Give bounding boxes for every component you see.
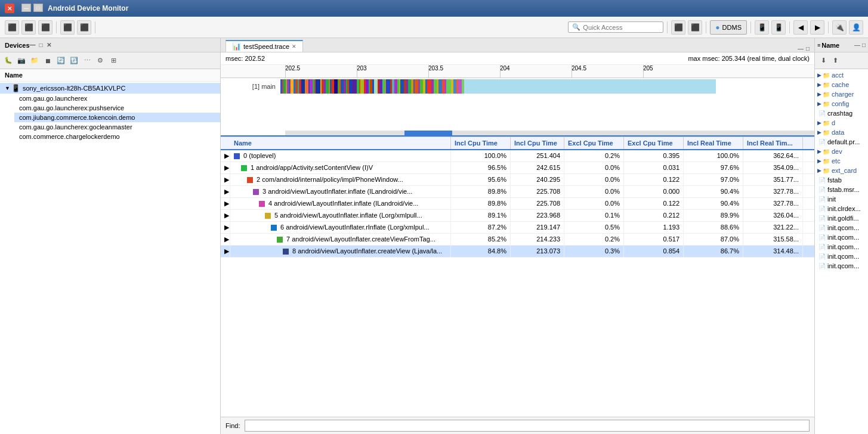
window-controls[interactable]: ✕ — □: [5, 4, 43, 13]
file-item-fstab-msr[interactable]: 📄 fstab.msr...: [815, 185, 868, 194]
table-row[interactable]: ▶ 5 android/view/LayoutInflater.inflate …: [221, 210, 814, 222]
toolbar-btn-9[interactable]: 📱: [771, 20, 786, 35]
td-expand-1[interactable]: ▶: [221, 162, 230, 173]
table-row[interactable]: ▶ 4 android/view/LayoutInflater.inflate …: [221, 198, 814, 210]
file-item-init-qcom-4[interactable]: 📄 init.qcom...: [815, 252, 868, 261]
th-incl-cpu-2[interactable]: Incl Cpu Time: [511, 137, 564, 149]
file-item-crashtag[interactable]: 📄 crashtag: [815, 108, 868, 118]
file-item-etc[interactable]: ▶ 📁 etc: [815, 156, 868, 166]
file-item-init-goldfi[interactable]: 📄 init.goldfi...: [815, 213, 868, 223]
table-row[interactable]: ▶ 0 (toplevel) 100.0% 251.404 0.2% 0.395…: [221, 150, 814, 162]
screenshot-button[interactable]: 📷: [16, 55, 27, 67]
device-item[interactable]: ▼ 📱 sony_ericsson-lt28h-CB5A1KVLPC: [0, 83, 220, 94]
devices-panel-title: Devices: [5, 42, 30, 49]
devices-panel-close[interactable]: ✕: [47, 42, 51, 48]
process-item-1[interactable]: com.gau.go.launcherex: [14, 94, 220, 103]
toolbar-btn-1[interactable]: ⬛: [5, 20, 19, 35]
devices-panel-minimize[interactable]: —: [30, 42, 36, 48]
td-expand-7[interactable]: ▶: [221, 234, 230, 245]
file-item-charger[interactable]: ▶ 📁 charger: [815, 89, 868, 99]
devices-panel-controls[interactable]: — □ ✕: [30, 42, 51, 48]
more-button[interactable]: ⋯: [81, 55, 93, 67]
process-item-3[interactable]: com.jiubang.commerce.tokencoin.demo: [14, 113, 220, 122]
file-item-config[interactable]: ▶ 📁 config: [815, 99, 868, 108]
track-bars[interactable]: [280, 79, 814, 94]
expand-button[interactable]: ⊞: [107, 55, 119, 67]
td-v1-5: 89.1%: [451, 210, 511, 221]
search-input[interactable]: [583, 24, 660, 31]
file-item-init[interactable]: 📄 init: [815, 194, 868, 204]
th-excl-cpu-2[interactable]: Excl Cpu Time: [624, 137, 684, 149]
file-item-init-qcom-2[interactable]: 📄 init.qcom...: [815, 232, 868, 242]
th-excl-cpu-1[interactable]: Excl Cpu Time: [564, 137, 624, 149]
toolbar-btn-12[interactable]: 🔌: [832, 20, 847, 35]
td-expand-5[interactable]: ▶: [221, 210, 230, 221]
stop-button[interactable]: ⏹: [42, 55, 54, 67]
th-incl-real-1[interactable]: Incl Real Time: [684, 137, 743, 149]
right-panel-minimize[interactable]: —: [854, 42, 860, 48]
file-item-init-qcom-5[interactable]: 📄 init.qcom...: [815, 261, 868, 271]
pull-file-button[interactable]: ⬇: [817, 55, 829, 67]
process-item-2[interactable]: com.gau.go.launcherex:pushservice: [14, 103, 220, 113]
table-row[interactable]: ▶ 3 android/view/LayoutInflater.inflate …: [221, 186, 814, 198]
tab-maximize[interactable]: □: [806, 45, 810, 52]
td-expand-6[interactable]: ▶: [221, 222, 230, 233]
search-box[interactable]: 🔍: [568, 21, 663, 33]
process-item-4[interactable]: com.gau.go.launcherex:gocleanmaster: [14, 122, 220, 132]
toolbar-btn-3[interactable]: ⬛: [38, 20, 52, 35]
file-item-init-qcom-3[interactable]: 📄 init.qcom...: [815, 242, 868, 252]
td-expand-3[interactable]: ▶: [221, 186, 230, 197]
td-expand-2[interactable]: ▶: [221, 174, 230, 185]
restart-button[interactable]: 🔄: [55, 55, 67, 67]
td-expand-0[interactable]: ▶: [221, 150, 230, 162]
toolbar-btn-2[interactable]: ⬛: [21, 20, 36, 35]
file-item-dev[interactable]: ▶ 📁 dev: [815, 147, 868, 156]
toolbar-btn-7[interactable]: ⬛: [688, 20, 702, 35]
file-item-init-qcom-1[interactable]: 📄 init.qcom...: [815, 223, 868, 232]
maximize-button[interactable]: □: [33, 4, 43, 12]
td-expand-4[interactable]: ▶: [221, 198, 230, 209]
timeline-scrollbar[interactable]: [285, 131, 814, 135]
timeline-scrollbar-thumb[interactable]: [404, 131, 452, 135]
push-file-button[interactable]: ⬆: [829, 55, 841, 67]
file-item-fstab[interactable]: 📄 fstab: [815, 175, 868, 185]
toolbar-btn-11[interactable]: ▶: [810, 20, 824, 35]
file-item-data[interactable]: ▶ 📁 data: [815, 128, 868, 137]
right-panel-maximize[interactable]: □: [862, 42, 866, 48]
file-item-extcard[interactable]: ▶ 📁 ext_card: [815, 166, 868, 175]
table-row[interactable]: ▶ 7 android/view/LayoutInflater.createVi…: [221, 234, 814, 246]
settings-button[interactable]: ⚙: [94, 55, 106, 67]
td-expand-8[interactable]: ▶: [221, 246, 230, 257]
file-item-acct[interactable]: ▶ 📁 acct: [815, 70, 868, 80]
sync-button[interactable]: 🔃: [68, 55, 80, 67]
find-input[interactable]: [245, 420, 810, 432]
file-button[interactable]: 📁: [29, 55, 41, 67]
toolbar-btn-4[interactable]: ⬛: [60, 20, 75, 35]
file-item-default[interactable]: 📄 default.pr...: [815, 137, 868, 147]
toolbar-btn-5[interactable]: ⬛: [77, 20, 91, 35]
th-name[interactable]: Name: [230, 137, 451, 149]
toolbar-btn-6[interactable]: ⬛: [671, 20, 685, 35]
minimize-button[interactable]: —: [21, 4, 31, 12]
toolbar-btn-8[interactable]: 📱: [755, 20, 769, 35]
toolbar-btn-10[interactable]: ◀: [793, 20, 808, 35]
tab-minimize[interactable]: —: [798, 45, 804, 52]
file-item-init-clrdex[interactable]: 📄 init.clrdex...: [815, 204, 868, 213]
ddms-button[interactable]: ● DDMS: [710, 20, 747, 35]
debug-button[interactable]: 🐛: [2, 55, 14, 67]
table-row[interactable]: ▶ 8 android/view/LayoutInflater.createVi…: [221, 246, 814, 258]
trace-tab-close[interactable]: ✕: [292, 44, 296, 49]
ruler-line-5: [643, 65, 644, 78]
toolbar-btn-13[interactable]: 👤: [849, 20, 863, 35]
td-v4-4: 0.122: [624, 198, 684, 209]
file-item-cache[interactable]: ▶ 📁 cache: [815, 80, 868, 89]
th-incl-cpu-1[interactable]: Incl Cpu Time: [451, 137, 511, 149]
file-item-d[interactable]: ▶ 📁 d: [815, 118, 868, 128]
devices-panel-maximize[interactable]: □: [39, 42, 43, 48]
table-row[interactable]: ▶ 1 android/app/Activity.setContentView …: [221, 162, 814, 174]
th-incl-real-2[interactable]: Incl Real Tim...: [743, 137, 803, 149]
table-row[interactable]: ▶ 6 android/view/LayoutInflater.rInflate…: [221, 222, 814, 234]
process-item-5[interactable]: com.commerce.chargelockerdemo: [14, 132, 220, 141]
table-row[interactable]: ▶ 2 com/android/internal/policy/impl/Pho…: [221, 174, 814, 186]
trace-tab[interactable]: 📊 testSpeed.trace ✕: [226, 40, 303, 52]
